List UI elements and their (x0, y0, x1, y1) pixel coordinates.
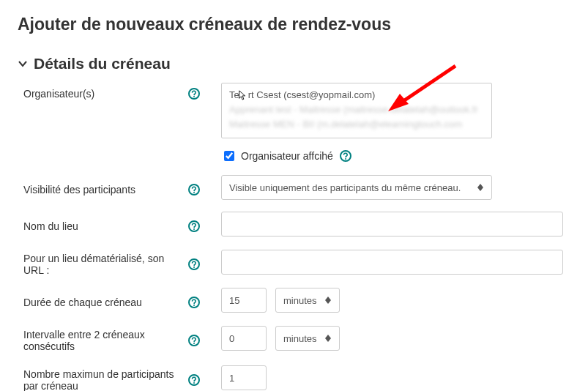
duration-value-input[interactable] (221, 288, 267, 313)
help-icon[interactable] (187, 258, 201, 271)
svg-point-9 (193, 267, 195, 268)
interval-label: Intervalle entre 2 créneaux consécutifs (23, 329, 185, 352)
sort-arrows-icon (324, 297, 332, 304)
location-name-label: Nom du lieu (23, 220, 185, 232)
svg-point-7 (193, 228, 195, 230)
cursor-icon (238, 90, 248, 102)
organiser-entry: Maitresse MEN - BII (m.delatelah@elearni… (229, 117, 484, 132)
interval-value-input[interactable] (221, 326, 267, 351)
help-icon[interactable] (187, 373, 201, 387)
help-icon[interactable] (187, 296, 201, 309)
organiser-entry: Tert Csest (csest@yopmail.com) (229, 88, 484, 103)
sort-arrows-icon (324, 335, 332, 342)
svg-point-5 (193, 192, 195, 193)
visibility-selected: Visible uniquement des participants du m… (229, 182, 461, 193)
organisers-input[interactable]: Tert Csest (csest@yopmail.com) Apprenant… (221, 83, 492, 138)
help-icon[interactable] (187, 334, 201, 347)
help-icon[interactable] (187, 183, 201, 196)
duration-label: Durée de chaque créneau (23, 297, 185, 308)
organiser-displayed-label: Organisateur affcihé (241, 150, 333, 162)
svg-point-1 (193, 96, 195, 97)
help-icon[interactable] (339, 149, 352, 163)
sort-arrows-icon (477, 184, 484, 191)
max-participants-label: Nombre maximun de participants par créne… (23, 368, 185, 391)
organiser-entry: Apprenant test - Maitresse (maitresse.de… (229, 103, 484, 117)
location-url-input[interactable] (221, 250, 563, 275)
organiser-0-text: rt Csest (csest@yopmail.com) (248, 89, 376, 100)
help-icon[interactable] (187, 220, 201, 233)
section-title: Détails du créneau (34, 55, 171, 72)
organiser-displayed-checkbox[interactable] (224, 151, 234, 161)
chevron-down-icon (18, 59, 28, 69)
interval-unit-select[interactable]: minutes (275, 326, 340, 351)
svg-point-15 (193, 382, 195, 384)
visibility-label: Visibilité des participants (23, 184, 185, 196)
section-toggle[interactable]: Détails du créneau (18, 55, 570, 72)
svg-point-3 (345, 158, 346, 160)
duration-unit-selected: minutes (283, 295, 317, 306)
duration-unit-select[interactable]: minutes (275, 288, 340, 313)
organisers-label: Organisateur(s) (23, 88, 185, 100)
location-name-input[interactable] (221, 212, 563, 237)
max-participants-input[interactable] (221, 365, 267, 390)
visibility-select[interactable]: Visible uniquement des participants du m… (221, 175, 492, 200)
page-title: Ajouter de nouveaux créneaux de rendez-v… (18, 15, 570, 34)
location-url-label: Pour un lieu dématérialisé, son URL : (23, 253, 185, 276)
svg-point-13 (193, 343, 195, 344)
interval-unit-selected: minutes (283, 333, 317, 344)
svg-point-11 (193, 305, 195, 306)
help-icon[interactable] (187, 87, 201, 100)
